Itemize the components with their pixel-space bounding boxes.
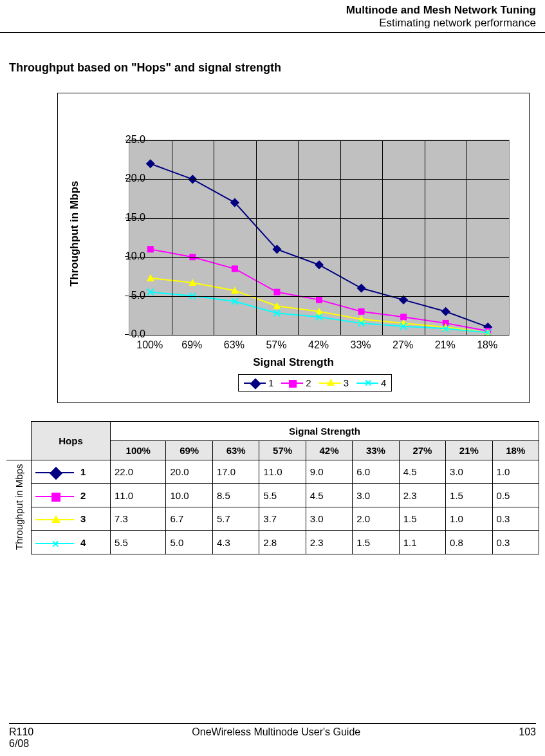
table-ss-header: Signal Strength [111,422,539,441]
chart-marker [273,289,280,296]
xtick-label: 18% [468,339,506,351]
gridline-h [129,218,509,219]
ytick-mark [125,178,129,179]
gridline-h [129,335,509,335]
gridline-v [214,140,214,335]
xtick-label: 27% [383,339,422,351]
table-cell: 1.0 [492,460,539,484]
hops-number: 3 [80,513,86,524]
legend-label: 4 [381,377,386,388]
table-cell: 0.3 [492,531,539,554]
table-cell: 3.0 [353,484,399,507]
table-cell: 5.5 [111,531,166,554]
table-hops-cell: 2 [32,484,111,507]
chart-ylabel: Throughput in Mbps [68,181,81,287]
legend-label: 1 [268,377,273,388]
legend-swatch [281,379,303,388]
legend-marker-icon: ✕ [364,377,371,384]
table-cell: 2.3 [306,531,352,554]
table-cell: 4.5 [306,484,352,507]
hops-marker-icon [50,467,62,480]
gridline-v [466,140,467,335]
table-row: 211.010.08.55.54.53.02.31.50.5 [6,484,539,507]
chart-marker [147,246,154,252]
xtick-label: 57% [257,339,295,351]
hops-number: 4 [80,537,86,548]
table-cell: 10.0 [166,484,212,507]
table-hops-cell: 3 [32,507,111,530]
legend-label: 2 [306,377,311,388]
table-col-header: 57% [259,441,306,460]
xtick-label: 69% [172,339,211,351]
chart-marker [356,283,365,292]
table-row: 37.36.75.73.73.02.01.51.00.3 [6,507,539,530]
hops-series-icon [35,469,74,477]
chart-marker [232,265,238,272]
hops-series-icon [35,516,74,524]
table-cell: 4.3 [212,531,259,554]
hops-series-icon: ✕ [35,540,74,547]
legend-swatch [244,379,266,388]
table-cell: 4.5 [399,460,445,484]
table-cell: 0.5 [492,484,539,507]
chart-marker [399,296,408,305]
chart-legend: 123✕4 [238,374,392,392]
footer-page-num: 103 [519,726,536,750]
chart-marker [358,308,365,315]
xtick-label: 63% [215,339,254,351]
gridline-h [129,257,509,258]
table-hops-header: Hops [32,422,111,460]
gridline-h [129,179,509,180]
section-title: Throughput based on "Hops" and signal st… [9,61,545,75]
table-cell: 6.0 [353,460,399,484]
table-row-vert-label: Throughput in Mbps [6,460,32,554]
table-cell: 11.0 [259,460,306,484]
table-col-header: 63% [212,441,259,460]
chart-series-line [151,278,488,333]
table-cell: 0.3 [492,507,539,530]
table-col-header: 69% [166,441,212,460]
chart-svg [129,140,509,335]
gridline-h [129,296,509,297]
table-cell: 2.0 [353,507,399,530]
table-col-header: 27% [399,441,445,460]
table-hops-cell: 1 [32,460,111,484]
table-cell: 11.0 [111,484,166,507]
header-title: Multinode and Mesh Network Tuning [9,4,536,17]
legend-swatch: ✕ [356,379,378,388]
legend-label: 3 [344,377,349,388]
chart-marker [315,260,324,269]
table-cell: 1.0 [446,507,492,530]
table-cell: 8.5 [212,484,259,507]
hops-number: 2 [80,490,86,501]
table-cell: 2.3 [399,484,445,507]
table-row: ✕45.55.04.32.82.31.51.10.80.3 [6,531,539,554]
chart-frame: Throughput in Mbps Signal Strength 123✕4… [57,93,530,403]
footer-doc-date: 6/08 [9,738,29,749]
ytick-mark [125,218,129,218]
xtick-label: 100% [131,339,169,351]
table-cell: 1.5 [399,507,445,530]
table-cell: 1.5 [446,484,492,507]
header-subtitle: Estimating network performance [9,17,536,30]
chart-marker [146,159,155,168]
table-cell: 3.0 [306,507,352,530]
table-col-header: 21% [446,441,492,460]
xtick-label: 21% [426,339,465,351]
legend-marker-icon [327,379,335,386]
chart-marker [316,297,322,303]
gridline-v [340,140,341,335]
chart-marker [441,307,450,316]
chart-xlabel: Signal Strength [58,356,529,369]
footer-center: OneWireless Multinode User's Guide [33,726,519,750]
data-table: Hops Signal Strength 100%69%63%57%42%33%… [6,421,539,554]
table-cell: 6.7 [166,507,212,530]
table-cell: 3.7 [259,507,306,530]
table-cell: 5.7 [212,507,259,530]
chart-marker [400,314,407,320]
table-cell: 5.0 [166,531,212,554]
page-header: Multinode and Mesh Network Tuning Estima… [0,0,545,33]
plot-area [129,140,510,335]
table-cell: 17.0 [212,460,259,484]
table-cell: 1.5 [353,531,399,554]
